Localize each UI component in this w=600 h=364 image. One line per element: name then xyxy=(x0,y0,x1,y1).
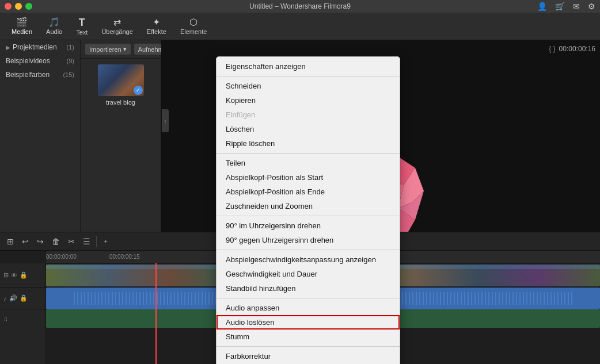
import-button[interactable]: Importieren ▾ xyxy=(85,44,131,55)
tl-separator xyxy=(96,236,97,247)
audio-track-note-icon: ♪ xyxy=(3,295,7,302)
menu-label-medien: Medien xyxy=(12,28,32,35)
media-toolbar: Importieren ▾ Aufnehmen ▾ xyxy=(81,40,161,59)
menu-item-text[interactable]: T Text xyxy=(70,15,93,38)
ctx-ripple-label: Ripple löschen xyxy=(226,139,275,148)
ctx-abspielstart-label: Abspielkopf-Position als Start xyxy=(226,173,323,182)
eye-icon[interactable]: 👁 xyxy=(11,272,17,279)
tl-redo-button[interactable]: ↪ xyxy=(35,236,46,247)
ctx-geschwindigkeit-anzeigen[interactable]: Abspielgeschwindigkeitsanpassung anzeige… xyxy=(217,252,400,267)
menu-item-elemente[interactable]: ⬡ Elemente xyxy=(174,16,212,37)
ctx-schneiden-label: Schneiden xyxy=(226,82,261,90)
title-bar-icons: 👤 🛒 ✉ ⚙ xyxy=(537,2,595,11)
lock-icon[interactable]: 🔒 xyxy=(20,271,28,279)
mail-icon[interactable]: ✉ xyxy=(573,2,580,11)
ctx-zuschneiden[interactable]: Zuschneiden und Zoomen xyxy=(217,199,400,213)
ctx-teilen-label: Teilen xyxy=(226,159,245,167)
ctx-drehen-cw[interactable]: 90° im Uhrzeigersinn drehen xyxy=(217,219,400,233)
ctx-stumm[interactable]: Stumm xyxy=(217,329,400,344)
ctx-geschwindigkeit-dauer-label: Geschwindigkeit und Dauer xyxy=(226,270,317,278)
playhead[interactable] xyxy=(155,263,157,364)
ctx-audio-anpassen[interactable]: Audio anpassen xyxy=(217,301,400,315)
media-thumbnail[interactable]: ✓ xyxy=(98,64,144,96)
arrow-icon: ▶ xyxy=(6,44,10,51)
ctx-abspielende-label: Abspielkopf-Position als Ende xyxy=(226,187,325,196)
ctx-schneiden[interactable]: Schneiden xyxy=(217,79,400,93)
ctx-teilen[interactable]: Teilen xyxy=(217,156,400,170)
context-menu: Eigenschaften anzeigen Schneiden Kopiere… xyxy=(216,56,400,364)
ctx-drehen-cw-label: 90° im Uhrzeigersinn drehen xyxy=(226,221,321,230)
menu-item-medien[interactable]: 🎬 Medien xyxy=(6,16,38,37)
ctx-geschwindigkeit-dauer[interactable]: Geschwindigkeit und Dauer xyxy=(217,267,400,281)
ctx-loeschen-label: Löschen xyxy=(226,125,254,133)
tl-add-media-button[interactable]: ＋ xyxy=(100,236,111,247)
ctx-kopieren-label: Kopieren xyxy=(226,96,256,105)
track-labels: ⊞ 👁 🔒 ♪ 🔊 🔒 ♫ xyxy=(0,263,46,364)
settings-icon[interactable]: ⚙ xyxy=(588,2,595,11)
import-arrow-icon: ▾ xyxy=(123,45,127,53)
medien-icon: 🎬 xyxy=(16,18,28,27)
ruler-time-0: 00:00:00:00 xyxy=(46,254,77,260)
ctx-drehen-ccw[interactable]: 90° gegen Uhrzeigersinn drehen xyxy=(217,233,400,247)
ctx-ripple[interactable]: Ripple löschen xyxy=(217,136,400,151)
menu-label-text: Text xyxy=(76,29,88,36)
audio-track-label: ♪ 🔊 🔒 xyxy=(0,288,45,309)
ruler-time-15: 00:00:00:15 xyxy=(109,254,140,260)
sidebar-item-projektmedien[interactable]: ▶ Projektmedien (1) xyxy=(0,40,80,54)
menu-item-effekte[interactable]: ✦ Effekte xyxy=(141,16,172,37)
ctx-divider-2 xyxy=(217,153,400,154)
ctx-farbkorrektur[interactable]: Farbkorrektur xyxy=(217,349,400,363)
ctx-divider-5 xyxy=(217,298,400,298)
close-button[interactable] xyxy=(5,3,12,10)
ctx-zuschneiden-label: Zuschneiden und Zoomen xyxy=(226,202,313,210)
audio-mute-icon[interactable]: 🔊 xyxy=(9,294,17,302)
ctx-standbild[interactable]: Standbild hinzufügen xyxy=(217,281,400,296)
menu-label-audio: Audio xyxy=(46,28,62,35)
text-icon: T xyxy=(79,17,85,28)
ctx-audio-loslösen-label: Audio loslösen xyxy=(226,318,275,327)
menu-bar: 🎬 Medien 🎵 Audio T Text ⇄ Übergänge ✦ Ef… xyxy=(0,13,600,40)
ctx-einfuegen: Einfügen xyxy=(217,108,400,122)
ctx-standbild-label: Standbild hinzufügen xyxy=(226,284,295,293)
ctx-kopieren[interactable]: Kopieren xyxy=(217,93,400,108)
sidebar-label-beispielvideos: Beispielvideos xyxy=(6,57,50,65)
ctx-eigenschaften[interactable]: Eigenschaften anzeigen xyxy=(217,59,400,74)
menu-label-effekte: Effekte xyxy=(147,28,166,35)
sidebar-item-beispielfarben[interactable]: Beispielfarben (15) xyxy=(0,68,80,82)
sidebar-collapse-arrow[interactable]: ‹ xyxy=(162,109,169,132)
audio-icon: 🎵 xyxy=(48,18,60,27)
cart-icon[interactable]: 🛒 xyxy=(555,2,565,11)
ctx-audio-loslösen[interactable]: Audio loslösen xyxy=(217,315,400,329)
tl-cut-button[interactable]: ✂ xyxy=(66,236,77,247)
maximize-button[interactable] xyxy=(25,3,32,10)
minimize-button[interactable] xyxy=(15,3,22,10)
ctx-drehen-ccw-label: 90° gegen Uhrzeigersinn drehen xyxy=(226,236,333,244)
sidebar-count-beispielfarben: (15) xyxy=(63,71,74,78)
audio-track-2-label: ♫ xyxy=(0,309,45,328)
main-area: ▶ Projektmedien (1) Beispielvideos (9) B… xyxy=(0,40,600,364)
ctx-eigenschaften-label: Eigenschaften anzeigen xyxy=(226,62,306,71)
tl-list-button[interactable]: ☰ xyxy=(81,236,93,247)
ctx-abspielstart[interactable]: Abspielkopf-Position als Start xyxy=(217,170,400,185)
audio-lock-icon[interactable]: 🔒 xyxy=(20,294,28,302)
music-icon: ♫ xyxy=(3,316,8,322)
sidebar-label-projektmedien: Projektmedien xyxy=(13,43,57,51)
ctx-loeschen[interactable]: Löschen xyxy=(217,122,400,136)
effekte-icon: ✦ xyxy=(153,18,160,27)
preview-top-controls: { } 00:00:00:16 xyxy=(549,45,595,53)
tl-undo-button[interactable]: ↩ xyxy=(20,236,31,247)
video-track-label: ⊞ 👁 🔒 xyxy=(0,263,45,288)
ctx-audio-anpassen-label: Audio anpassen xyxy=(226,304,279,312)
sidebar-item-beispielvideos[interactable]: Beispielvideos (9) xyxy=(0,54,80,68)
user-icon[interactable]: 👤 xyxy=(537,2,547,11)
thumbnail-badge: ✓ xyxy=(134,86,143,95)
preview-timecode: 00:00:00:16 xyxy=(559,45,595,53)
menu-item-uebergaenge[interactable]: ⇄ Übergänge xyxy=(96,16,138,37)
tl-delete-button[interactable]: 🗑 xyxy=(50,236,62,247)
playhead-head xyxy=(153,263,159,265)
ctx-divider-4 xyxy=(217,250,400,250)
ctx-abspielende[interactable]: Abspielkopf-Position als Ende xyxy=(217,185,400,199)
preview-time-display: { } xyxy=(549,45,555,53)
menu-item-audio[interactable]: 🎵 Audio xyxy=(40,16,68,37)
tl-add-track-button[interactable]: ⊞ xyxy=(5,236,16,247)
